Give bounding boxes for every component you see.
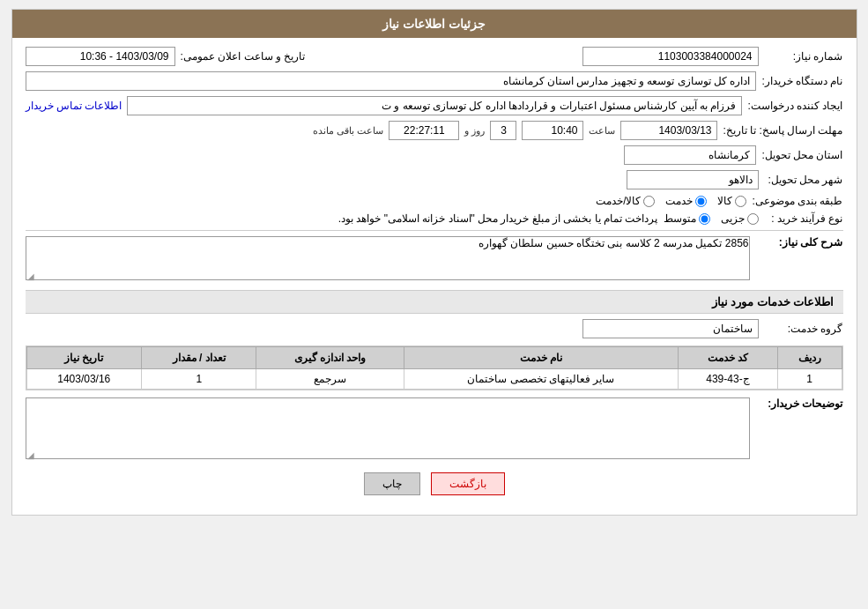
label-shomareNiaz: شماره نیاز: — [764, 50, 843, 63]
cell-tedad: 1 — [142, 369, 256, 390]
label-sharhKolliNiaz: شرح کلی نیاز: — [755, 236, 843, 249]
col-namKhadamat: نام خدمت — [404, 347, 679, 369]
header-title: جزئیات اطلاعات نیاز — [382, 17, 486, 31]
label-noFarayand: نوع فرآیند خرید : — [764, 212, 843, 225]
link-tamas-kharidar[interactable]: اطلاعات تماس خریدار — [26, 100, 122, 112]
label-namDastgah: نام دستگاه خریدار: — [761, 75, 842, 87]
row-shomareNiaz: شماره نیاز: 1103003384000024 تاریخ و ساع… — [26, 47, 843, 66]
cell-vahed: سرجمع — [256, 369, 404, 390]
khadamat-table: ردیف کد خدمت نام خدمت واحد اندازه گیری ت… — [26, 346, 842, 390]
table-header-row: ردیف کد خدمت نام خدمت واحد اندازه گیری ت… — [26, 347, 842, 369]
col-tarikh: تاریخ نیاز — [26, 347, 142, 369]
section-khadamat: اطلاعات خدمات مورد نیاز — [26, 290, 843, 314]
buttons-row: بازگشت چاپ — [26, 472, 843, 495]
label-groohKhadamat: گروه خدمت: — [764, 323, 843, 335]
value-ijadKonande: فرزام به آیین کارشناس مسئول اعتبارات و ق… — [127, 96, 742, 115]
label-mande: ساعت باقی مانده — [313, 125, 383, 137]
value-roz: 3 — [490, 121, 516, 140]
radio-kala-khadamat[interactable] — [643, 196, 655, 207]
label-jozei: جزیی — [721, 212, 745, 225]
row-ostanMahal: استان محل تحویل: کرمانشاه — [26, 145, 843, 165]
value-shomareNiaz: 1103003384000024 — [582, 47, 759, 66]
value-announcement: 1403/03/09 - 10:36 — [26, 47, 175, 66]
khadamat-table-container: ردیف کد خدمت نام خدمت واحد اندازه گیری ت… — [26, 345, 843, 390]
value-shahrMahal: دالاهو — [627, 170, 759, 189]
cell-tarikh: 1403/03/16 — [26, 369, 142, 390]
tosifat-wrapper — [26, 397, 750, 462]
col-tedad: تعداد / مقدار — [142, 347, 256, 369]
content-area: شماره نیاز: 1103003384000024 تاریخ و ساع… — [12, 38, 857, 515]
page-container: جزئیات اطلاعات نیاز شماره نیاز: 11030033… — [11, 9, 857, 516]
label-shahrMahal: شهر محل تحویل: — [764, 174, 843, 186]
col-kodKhadamat: کد خدمت — [679, 347, 777, 369]
row-sharhKolli: شرح کلی نیاز: — [26, 236, 843, 283]
label-kala: کالا — [717, 195, 732, 207]
label-ostanMahal: استان محل تحویل: — [761, 149, 842, 161]
row-namDastgah: نام دستگاه خریدار: اداره کل توسازی توسعه… — [26, 71, 843, 91]
section-khadamat-title: اطلاعات خدمات مورد نیاز — [712, 295, 835, 308]
row-mohlat: مهلت ارسال پاسخ: تا تاریخ: 1403/03/13 سا… — [26, 121, 843, 140]
value-groohKhadamat: ساختمان — [582, 319, 759, 338]
value-namDastgah: اداره کل توسازی توسعه و تجهیز مدارس استا… — [26, 71, 757, 91]
cell-radif: 1 — [777, 369, 842, 390]
cell-kodKhadamat: ج-43-439 — [679, 369, 777, 390]
value-ostanMahal: کرمانشاه — [624, 145, 756, 165]
divider-1 — [26, 230, 843, 231]
row-tabaqeBandi: طبقه بندی موضوعی: کالا خدمت کالا/خدمت — [26, 195, 843, 207]
label-roz: روز و — [464, 125, 485, 137]
label-ijadKonande: ایجاد کننده درخواست: — [747, 100, 842, 112]
radio-option-khadamat: خدمت — [665, 195, 707, 207]
col-radif: ردیف — [777, 347, 842, 369]
radio-mottaset[interactable] — [699, 213, 710, 225]
col-vahed: واحد اندازه گیری — [256, 347, 404, 369]
label-tabaqeBandi: طبقه بندی موضوعی: — [752, 195, 842, 207]
row-ijadKonande: ایجاد کننده درخواست: فرزام به آیین کارشن… — [26, 96, 843, 115]
back-button[interactable]: بازگشت — [431, 472, 505, 495]
radio-kala[interactable] — [735, 196, 746, 207]
radio-khadamat[interactable] — [695, 196, 707, 207]
label-mottaset: متوسط — [664, 212, 696, 225]
radio-option-jozei: جزیی — [721, 212, 759, 225]
row-groohKhadamat: گروه خدمت: ساختمان — [26, 319, 843, 338]
radio-option-kala: کالا — [717, 195, 746, 207]
radio-option-mottaset: متوسط — [664, 212, 710, 225]
row-noFarayand: نوع فرآیند خرید : جزیی متوسط پرداخت تمام… — [26, 212, 843, 225]
label-kala-khadamat: کالا/خدمت — [596, 195, 641, 207]
radio-group-tabaqe: کالا خدمت کالا/خدمت — [596, 195, 746, 207]
print-button[interactable]: چاپ — [364, 472, 420, 495]
radio-jozei[interactable] — [747, 213, 759, 225]
value-date: 1403/03/13 — [620, 121, 717, 140]
label-mohlatErsalPasox: مهلت ارسال پاسخ: تا تاریخ: — [723, 124, 842, 137]
page-header: جزئیات اطلاعات نیاز — [12, 10, 857, 38]
value-saat: 10:40 — [522, 121, 583, 140]
textarea-sharhKolliNiaz[interactable] — [26, 236, 750, 280]
row-tosifat: توضیحات خریدار: — [26, 397, 843, 462]
label-announcement: تاریخ و ساعت اعلان عمومی: — [181, 50, 306, 63]
textarea-tosifat[interactable] — [26, 397, 750, 459]
label-saat: ساعت — [589, 125, 615, 137]
value-mande: 22:27:11 — [389, 121, 459, 140]
row-shahrMahal: شهر محل تحویل: دالاهو — [26, 170, 843, 189]
shahrKolli-wrapper — [26, 236, 750, 283]
label-tosifatKharidar: توضیحات خریدار: — [755, 397, 843, 410]
radio-group-farayand: جزیی متوسط — [664, 212, 759, 225]
radio-option-kala-khadamat: کالا/خدمت — [596, 195, 655, 207]
cell-namKhadamat: سایر فعالیتهای تخصصی ساختمان — [404, 369, 679, 390]
label-khadamat: خدمت — [665, 195, 693, 207]
table-row: 1ج-43-439سایر فعالیتهای تخصصی ساختمانسرج… — [26, 369, 842, 390]
notice-text: پرداخت تمام یا بخشی از مبلغ خریدار محل "… — [26, 212, 658, 225]
